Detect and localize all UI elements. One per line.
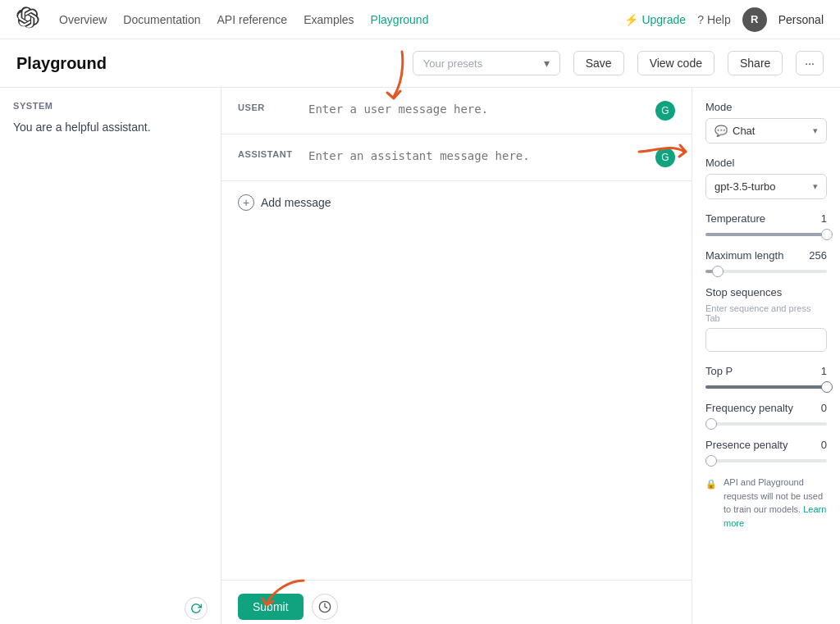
model-setting: Model gpt-3.5-turbo ▾ — [705, 157, 827, 199]
assistant-message-icon: G — [655, 148, 675, 167]
model-label: Model — [705, 157, 827, 169]
personal-label: Personal — [778, 13, 824, 26]
page-header: Playground Your presets ▾ Save View code… — [0, 39, 840, 88]
nav-right: ⚡ Upgrade ? Help R Personal — [624, 7, 824, 32]
max-length-value: 256 — [809, 249, 827, 262]
freq-penalty-setting: Frequency penalty 0 — [705, 402, 827, 426]
refresh-system-button[interactable] — [185, 597, 208, 620]
main-layout: SYSTEM You are a helpful assistant. USER… — [0, 88, 840, 624]
nav-overview[interactable]: Overview — [59, 13, 107, 26]
stop-sequences-input[interactable] — [705, 328, 827, 352]
share-button[interactable]: Share — [728, 51, 783, 75]
user-role-label: USER — [238, 101, 295, 112]
top-p-slider-track[interactable] — [705, 385, 827, 389]
chevron-down-icon: ▾ — [813, 181, 818, 192]
max-length-slider-track[interactable] — [705, 270, 827, 273]
max-length-label: Maximum length — [705, 249, 783, 262]
freq-penalty-slider-track[interactable] — [705, 422, 827, 426]
logo — [16, 7, 39, 32]
chat-bubble-icon: 💬 — [714, 125, 728, 137]
view-code-button[interactable]: View code — [637, 51, 714, 75]
question-icon: ? — [697, 13, 704, 26]
user-message-input[interactable] — [308, 101, 642, 118]
lock-icon: 🔒 — [705, 477, 717, 491]
system-text: You are a helpful assistant. — [13, 119, 208, 136]
temperature-value: 1 — [821, 212, 827, 225]
presence-penalty-setting: Presence penalty 0 — [705, 439, 827, 462]
presence-penalty-label: Presence penalty — [705, 439, 788, 451]
nav-documentation[interactable]: Documentation — [123, 13, 200, 26]
nav-links: Overview Documentation API reference Exa… — [59, 13, 428, 26]
chevron-down-icon: ▾ — [544, 57, 550, 70]
assistant-message-row: ASSISTANT G — [221, 134, 692, 181]
model-dropdown[interactable]: gpt-3.5-turbo ▾ — [705, 174, 827, 199]
freq-penalty-label: Frequency penalty — [705, 402, 793, 414]
assistant-message-input[interactable] — [308, 148, 642, 165]
system-label: SYSTEM — [13, 101, 208, 111]
messages-list: USER G ASSISTANT G + Add message — [221, 88, 692, 334]
temperature-slider-track[interactable] — [705, 233, 827, 236]
submit-button[interactable]: Submit — [238, 594, 304, 620]
presence-penalty-slider-thumb[interactable] — [705, 455, 717, 467]
nav-examples[interactable]: Examples — [304, 13, 354, 26]
top-p-slider-fill — [705, 385, 827, 389]
add-message-button[interactable]: + Add message — [221, 181, 692, 224]
top-p-slider-thumb[interactable] — [821, 381, 833, 393]
settings-panel: Mode 💬 Chat ▾ Model gpt-3.5-turbo ▾ Temp… — [692, 88, 840, 624]
freq-penalty-value: 0 — [821, 402, 827, 414]
mode-setting: Mode 💬 Chat ▾ — [705, 101, 827, 143]
assistant-role-label: ASSISTANT — [238, 148, 295, 159]
save-button[interactable]: Save — [573, 51, 624, 75]
chat-area: USER G ASSISTANT G + Add message Submit — [221, 88, 692, 624]
presence-penalty-value: 0 — [821, 439, 827, 451]
upgrade-button[interactable]: ⚡ Upgrade — [624, 13, 686, 26]
system-panel: SYSTEM You are a helpful assistant. — [0, 88, 221, 624]
avatar[interactable]: R — [742, 7, 767, 32]
top-nav: Overview Documentation API reference Exa… — [0, 0, 840, 39]
stop-sequences-setting: Stop sequences Enter sequence and press … — [705, 286, 827, 352]
help-button[interactable]: ? Help — [697, 13, 731, 26]
stop-sequences-hint: Enter sequence and press Tab — [705, 303, 827, 323]
presence-penalty-slider-track[interactable] — [705, 459, 827, 462]
mode-dropdown[interactable]: 💬 Chat ▾ — [705, 118, 827, 143]
chevron-down-icon: ▾ — [813, 125, 818, 136]
page-title: Playground — [16, 54, 399, 73]
user-message-row: USER G — [221, 88, 692, 134]
top-p-setting: Top P 1 — [705, 365, 827, 389]
more-button[interactable]: ··· — [796, 51, 824, 75]
temperature-setting: Temperature 1 — [705, 212, 827, 236]
spark-icon: ⚡ — [624, 13, 638, 26]
mode-label: Mode — [705, 101, 827, 113]
nav-playground[interactable]: Playground — [371, 13, 429, 26]
stop-sequences-label: Stop sequences — [705, 286, 827, 298]
max-length-slider-thumb[interactable] — [712, 266, 724, 277]
add-icon: + — [238, 194, 254, 211]
temperature-label: Temperature — [705, 212, 765, 225]
user-message-icon: G — [655, 101, 675, 121]
temperature-slider-fill — [705, 233, 827, 236]
top-p-label: Top P — [705, 365, 733, 377]
top-p-value: 1 — [821, 365, 827, 377]
freq-penalty-slider-thumb[interactable] — [705, 418, 717, 430]
max-length-setting: Maximum length 256 — [705, 249, 827, 273]
add-message-label: Add message — [261, 196, 331, 209]
presets-dropdown[interactable]: Your presets ▾ — [413, 51, 560, 75]
privacy-notice: 🔒 API and Playground requests will not b… — [705, 476, 827, 530]
chat-bottom: Submit — [221, 580, 692, 624]
nav-api-reference[interactable]: API reference — [217, 13, 288, 26]
temperature-slider-thumb[interactable] — [821, 229, 833, 240]
history-button[interactable] — [312, 594, 338, 620]
